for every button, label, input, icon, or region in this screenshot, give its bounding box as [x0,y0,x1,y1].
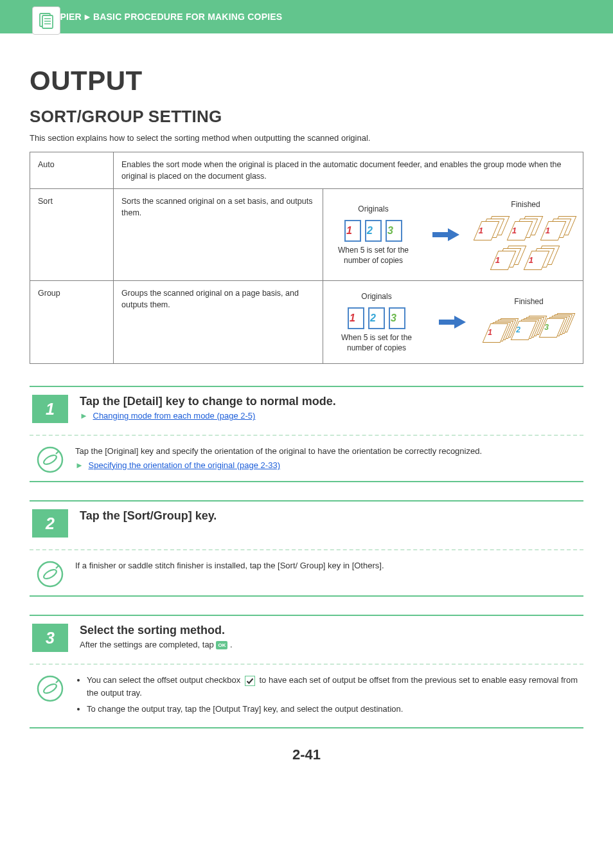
table-row-auto: Auto Enables the sort mode when the orig… [30,152,583,189]
auto-label: Auto [30,152,114,189]
original-page-1: 1 [348,307,364,329]
step-number-badge: 1 [32,395,68,423]
sort-diagram: Originals 1 2 3 When 5 is set for the nu… [323,189,583,280]
svg-point-9 [42,568,58,581]
link-arrow-icon: ► [75,460,84,470]
group-caption: When 5 is set for the number of copies [332,333,421,353]
sorted-set: 3 2 1 [511,216,540,240]
svg-line-13 [56,680,59,683]
svg-line-10 [56,565,59,568]
specifying-orientation-link[interactable]: Specifying the orientation of the origin… [89,460,280,470]
breadcrumb-part2[interactable]: BASIC PROCEDURE FOR MAKING COPIES [93,12,282,22]
step-1-block: 1 Tap the [Detail] key to change to norm… [30,386,583,482]
step-1-title: Tap the [Detail] key to change to normal… [80,395,581,408]
step-2-note-text: If a finisher or saddle stitch finisher … [75,559,581,572]
sort-desc: Sorts the scanned original on a set basi… [114,189,323,280]
finished-label: Finished [477,199,574,210]
originals-label: Originals [332,204,414,215]
original-page-3: 3 [386,220,402,242]
sorted-set: 3 2 1 [544,216,574,240]
original-page-2: 2 [368,307,385,329]
ok-icon: OK [216,641,227,649]
originals-label: Originals [332,291,421,302]
svg-line-7 [56,451,59,454]
grouped-output: 3 3 3 3 3 2 2 2 2 2 1 1 1 [484,313,574,348]
link-arrow-icon: ► [80,411,88,420]
step-number-badge: 2 [32,509,68,538]
sort-group-table: Auto Enables the sort mode when the orig… [30,152,583,364]
page-number: 2-41 [30,746,583,763]
group-label: Group [30,280,114,364]
divider [30,549,583,550]
document-stack-icon [37,12,55,30]
checkbox-icon [245,676,255,686]
original-page-1: 1 [344,220,361,242]
svg-rect-1 [42,15,53,28]
breadcrumb[interactable]: COPIER►BASIC PROCEDURE FOR MAKING COPIES [46,12,282,22]
group-diagram: Originals 1 2 3 When 5 is set for the nu… [323,280,583,364]
step-3-subtext: After the settings are completed, tap OK… [80,640,581,649]
sorted-set: 3 2 1 [477,216,507,240]
step-number-badge: 3 [32,624,68,652]
tip-icon [37,675,64,702]
step-2-block: 2 Tap the [Sort/Group] key. If a finishe… [30,500,583,597]
copier-mode-icon[interactable] [32,6,60,35]
page-title-h1: OUTPUT [30,66,583,96]
auto-desc: Enables the sort mode when the original … [114,152,583,189]
arrow-right-icon [432,228,459,241]
table-row-sort: Sort Sorts the scanned original on a set… [30,189,583,280]
tip-icon [37,561,64,588]
sorted-set: 3 2 1 [528,246,557,270]
intro-text: This section explains how to select the … [30,133,583,143]
sorted-set: 3 2 1 [494,246,524,270]
breadcrumb-separator-icon: ► [83,12,92,22]
divider [30,664,583,665]
group-desc: Groups the scanned original on a page ba… [114,280,323,364]
step-1-note-text: Tap the [Original] key and specify the o… [75,445,581,458]
sort-caption: When 5 is set for the number of copies [332,246,414,266]
tip-icon [37,446,64,473]
changing-mode-link[interactable]: Changing mode from each mode (page 2-5) [93,411,256,420]
original-page-3: 3 [389,307,405,329]
step-2-title: Tap the [Sort/Group] key. [80,509,581,523]
page-title-h2: SORT/GROUP SETTING [30,107,583,127]
table-row-group: Group Groups the scanned original on a p… [30,280,583,364]
step-3-title: Select the sorting method. [80,624,581,637]
svg-point-12 [42,682,58,695]
step-3-bullet-1: You can select the offset output checkbo… [87,674,581,699]
svg-point-6 [42,453,58,466]
step-3-block: 3 Select the sorting method. After the s… [30,615,583,728]
arrow-right-icon [439,316,466,329]
divider [30,435,583,436]
finished-label: Finished [484,296,574,307]
sort-label: Sort [30,189,114,280]
step-3-bullet-2: To change the output tray, tap the [Outp… [87,703,581,716]
original-page-2: 2 [365,220,382,242]
header-bar: COPIER►BASIC PROCEDURE FOR MAKING COPIES [0,0,613,33]
